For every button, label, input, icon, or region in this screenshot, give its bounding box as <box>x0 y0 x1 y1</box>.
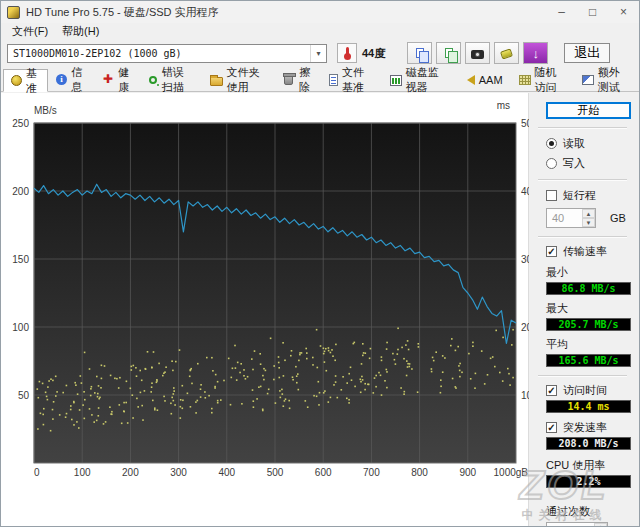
app-icon <box>7 6 20 19</box>
transfer-rate-row[interactable]: 传输速率 <box>546 244 631 259</box>
svg-text:ms: ms <box>497 100 510 111</box>
svg-text:30: 30 <box>521 254 529 265</box>
access-time-label: 访问时间 <box>563 383 607 398</box>
svg-text:200: 200 <box>122 467 139 478</box>
benchmark-chart-region: 2502001501005050403020100100200300400500… <box>1 93 528 526</box>
burst-rate-row[interactable]: 突发速率 <box>546 420 631 435</box>
svg-text:900: 900 <box>459 467 476 478</box>
short-stroke-row[interactable]: 短行程 <box>546 188 631 203</box>
menu-help[interactable]: 帮助(H) <box>55 23 106 40</box>
burst-rate-label: 突发速率 <box>563 420 607 435</box>
title-bar: HD Tune Pro 5.75 - 硬盘/SSD 实用程序 – □ × <box>1 1 639 23</box>
svg-text:500: 500 <box>267 467 284 478</box>
tab-label: 健康 <box>118 65 132 95</box>
erase-icon <box>284 75 293 85</box>
svg-text:100: 100 <box>74 467 91 478</box>
access-time-checkbox[interactable] <box>546 385 557 396</box>
max-label: 最大 <box>546 301 631 316</box>
tab-disk-monitor[interactable]: 磁盘监视器 <box>382 68 454 91</box>
short-stroke-size-spinner[interactable]: 40 ▲ ▼ <box>546 208 596 228</box>
drive-select-value: ST1000DM010-2EP102 (1000 gB) <box>8 48 310 59</box>
tab-extra-tests[interactable]: 额外测试 <box>574 68 637 91</box>
extra-tests-icon <box>582 75 594 85</box>
short-stroke-size-value: 40 <box>547 209 582 227</box>
write-radio[interactable] <box>546 158 557 169</box>
tab-label: 文件基准 <box>342 65 374 95</box>
close-button[interactable]: × <box>608 1 639 23</box>
file-benchmark-icon <box>329 74 338 86</box>
tab-label: 信息 <box>71 65 85 95</box>
write-radio-row[interactable]: 写入 <box>546 156 631 171</box>
short-stroke-checkbox[interactable] <box>546 190 557 201</box>
svg-text:10: 10 <box>521 390 529 401</box>
minimize-button[interactable]: – <box>546 1 577 23</box>
random-access-icon <box>519 75 531 85</box>
spinner-arrows: ▲ ▼ <box>594 523 607 527</box>
spinner-down-icon[interactable]: ▼ <box>582 218 595 227</box>
drive-select[interactable]: ST1000DM010-2EP102 (1000 gB) ▾ <box>7 44 327 63</box>
tab-random-access[interactable]: 随机访问 <box>511 68 574 91</box>
cpu-usage-label: CPU 使用率 <box>546 458 631 473</box>
save-gold-button[interactable] <box>494 42 519 64</box>
pass-count-label: 通过次数 <box>546 504 631 519</box>
read-radio[interactable] <box>546 138 557 149</box>
spinner-up-icon[interactable]: ▲ <box>582 209 595 218</box>
tab-file-benchmark[interactable]: 文件基准 <box>321 68 382 91</box>
avg-value-display: 165.6 MB/s <box>546 354 631 367</box>
svg-text:0: 0 <box>34 467 40 478</box>
min-label: 最小 <box>546 265 631 280</box>
access-time-row[interactable]: 访问时间 <box>546 383 631 398</box>
exit-button[interactable]: 退出 <box>564 43 610 63</box>
access-time-display: 14.4 ms <box>546 400 631 413</box>
tab-label: 文件夹使用 <box>227 65 267 95</box>
short-stroke-label: 短行程 <box>563 188 596 203</box>
camera-icon <box>471 50 484 59</box>
tab-folder-usage[interactable]: 文件夹使用 <box>202 68 275 91</box>
svg-text:100: 100 <box>12 322 29 333</box>
camera-button[interactable] <box>465 42 490 64</box>
save-gold-icon <box>500 48 513 59</box>
burst-rate-checkbox[interactable] <box>546 422 557 433</box>
write-label: 写入 <box>563 156 585 171</box>
menu-file[interactable]: 文件(F) <box>5 23 55 40</box>
read-label: 读取 <box>563 136 585 151</box>
tab-label: AAM <box>479 74 503 86</box>
hd-tune-window: HD Tune Pro 5.75 - 硬盘/SSD 实用程序 – □ × 文件(… <box>0 0 640 527</box>
copy-screenshot-button[interactable] <box>407 42 432 64</box>
copy-text-button[interactable] <box>436 42 461 64</box>
chevron-down-icon[interactable]: ▾ <box>310 45 326 62</box>
temperature-value: 44度 <box>362 46 385 61</box>
error-scan-icon <box>149 76 157 84</box>
pass-count-spinner[interactable]: 1 ▲ ▼ <box>546 522 608 527</box>
tab-error-scan[interactable]: 错误扫描 <box>140 68 202 91</box>
svg-text:20: 20 <box>521 322 529 333</box>
download-button[interactable] <box>523 42 548 64</box>
main-content: 2502001501005050403020100100200300400500… <box>1 93 639 526</box>
transfer-rate-checkbox[interactable] <box>546 246 557 257</box>
window-title: HD Tune Pro 5.75 - 硬盘/SSD 实用程序 <box>26 5 546 20</box>
svg-text:200: 200 <box>12 186 29 197</box>
svg-text:700: 700 <box>363 467 380 478</box>
tab-label: 随机访问 <box>535 65 566 95</box>
spinner-up-icon[interactable]: ▲ <box>594 523 607 527</box>
divider <box>538 375 627 377</box>
temperature-button[interactable] <box>337 43 357 63</box>
cpu-usage-display: 2.2% <box>546 475 631 488</box>
svg-text:50: 50 <box>18 390 30 401</box>
tab-aam[interactable]: AAM <box>454 68 511 91</box>
download-icon <box>524 43 547 63</box>
tab-health[interactable]: 健康 <box>93 68 140 91</box>
divider <box>538 179 627 181</box>
min-value-display: 86.8 MB/s <box>546 282 631 295</box>
tab-erase[interactable]: 擦除 <box>274 68 321 91</box>
read-radio-row[interactable]: 读取 <box>546 136 631 151</box>
start-button[interactable]: 开始 <box>546 102 631 119</box>
avg-label: 平均 <box>546 337 631 352</box>
maximize-button[interactable]: □ <box>577 1 608 23</box>
toolbar: ST1000DM010-2EP102 (1000 gB) ▾ 44度 退出 <box>1 40 639 66</box>
tab-info[interactable]: 信息 <box>48 68 93 91</box>
burst-rate-display: 208.0 MB/s <box>546 437 631 450</box>
svg-text:MB/s: MB/s <box>34 105 57 116</box>
tab-benchmark[interactable]: 基准 <box>3 69 48 92</box>
benchmark-icon <box>11 75 22 86</box>
